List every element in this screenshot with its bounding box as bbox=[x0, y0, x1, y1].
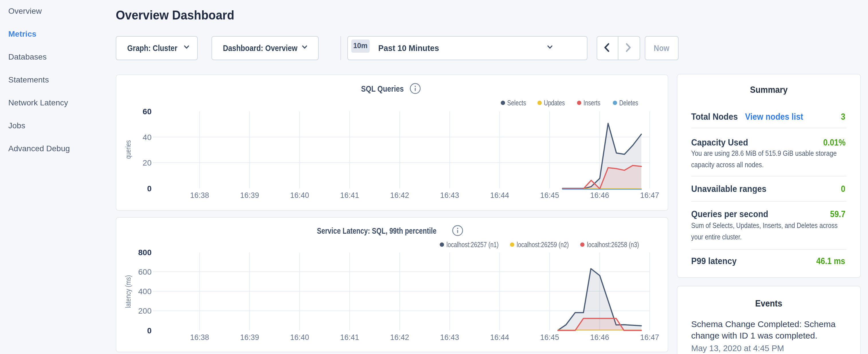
svg-text:16:43: 16:43 bbox=[440, 332, 459, 342]
svg-text:16:41: 16:41 bbox=[340, 191, 359, 200]
svg-text:16:42: 16:42 bbox=[390, 191, 409, 200]
svg-text:40: 40 bbox=[143, 133, 152, 142]
svg-text:Selects: Selects bbox=[507, 99, 526, 107]
svg-text:16:40: 16:40 bbox=[290, 191, 309, 200]
svg-text:Inserts: Inserts bbox=[584, 99, 600, 107]
svg-text:600: 600 bbox=[138, 267, 152, 276]
svg-text:16:44: 16:44 bbox=[490, 332, 509, 342]
svg-text:16:38: 16:38 bbox=[190, 332, 209, 342]
svg-text:localhost:26257 (n1): localhost:26257 (n1) bbox=[446, 240, 499, 248]
svg-text:latency (ms): latency (ms) bbox=[124, 275, 132, 308]
svg-text:200: 200 bbox=[138, 306, 152, 315]
svg-text:16:46: 16:46 bbox=[590, 332, 609, 342]
svg-text:0: 0 bbox=[147, 326, 152, 335]
svg-text:16:40: 16:40 bbox=[290, 332, 309, 342]
svg-text:queries: queries bbox=[124, 140, 132, 159]
svg-text:Updates: Updates bbox=[544, 99, 565, 107]
svg-text:16:39: 16:39 bbox=[240, 191, 259, 200]
svg-text:Deletes: Deletes bbox=[619, 99, 638, 107]
svg-text:20: 20 bbox=[143, 158, 152, 167]
svg-text:16:39: 16:39 bbox=[240, 332, 259, 342]
svg-text:16:43: 16:43 bbox=[440, 191, 459, 200]
svg-text:400: 400 bbox=[138, 287, 152, 296]
svg-text:16:47: 16:47 bbox=[640, 191, 659, 200]
svg-text:16:38: 16:38 bbox=[190, 191, 209, 200]
svg-text:800: 800 bbox=[138, 248, 152, 257]
svg-text:localhost:26258 (n3): localhost:26258 (n3) bbox=[587, 240, 639, 248]
svg-text:localhost:26259 (n2): localhost:26259 (n2) bbox=[517, 240, 569, 248]
svg-text:16:44: 16:44 bbox=[490, 191, 509, 200]
svg-text:16:45: 16:45 bbox=[540, 191, 559, 200]
svg-text:16:41: 16:41 bbox=[340, 332, 359, 342]
svg-text:0: 0 bbox=[147, 184, 152, 193]
svg-text:16:47: 16:47 bbox=[640, 332, 659, 342]
svg-text:16:46: 16:46 bbox=[590, 191, 609, 200]
svg-text:16:45: 16:45 bbox=[540, 332, 559, 342]
svg-text:60: 60 bbox=[143, 107, 152, 116]
svg-text:16:42: 16:42 bbox=[390, 332, 409, 342]
